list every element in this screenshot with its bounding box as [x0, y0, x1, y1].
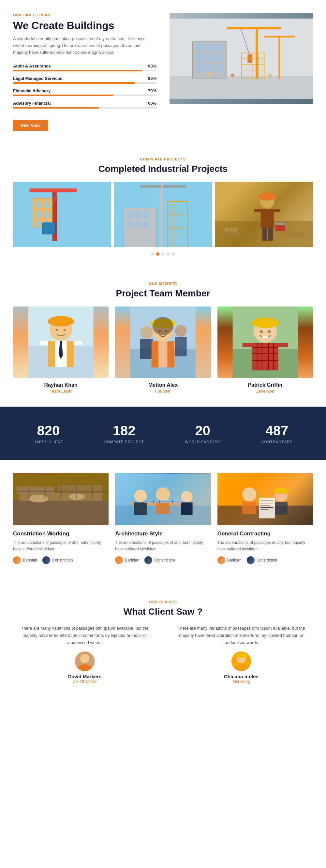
svg-point-83 [56, 329, 58, 331]
dot-3[interactable] [161, 252, 165, 256]
avatar-2a [115, 556, 123, 564]
svg-rect-1 [169, 76, 313, 99]
svg-rect-50 [135, 211, 140, 218]
construction-aerial-image [169, 13, 313, 104]
svg-point-154 [242, 488, 256, 501]
dot-5[interactable] [172, 252, 175, 256]
svg-rect-90 [74, 341, 82, 345]
tag-label-2a: Bariblan [125, 558, 139, 562]
svg-rect-122 [278, 343, 288, 347]
svg-rect-19 [280, 36, 295, 37]
stat-label-4: CONTRACTORS [261, 440, 292, 444]
svg-rect-45 [160, 182, 163, 247]
client-avatar-2 [231, 651, 251, 671]
svg-rect-157 [275, 502, 288, 515]
skill-bar-bg-3 [13, 95, 157, 96]
svg-rect-109 [251, 322, 279, 325]
service-card-1: Constriction Working The are variations … [13, 473, 108, 564]
svg-rect-72 [273, 209, 280, 212]
dot-4[interactable] [167, 252, 170, 256]
skill-item-2: Legal Managed Services 85% [13, 76, 157, 84]
team-card-1: Rayhan Khan Team Leder [13, 307, 108, 394]
svg-rect-124 [13, 499, 108, 525]
svg-rect-126 [16, 487, 55, 494]
svg-rect-52 [127, 221, 132, 227]
svg-rect-46 [140, 185, 161, 188]
stats-section: 820 HAPPY CLIENT 182 COMPATE PROJECT 20 … [0, 407, 326, 460]
team-section: OUR MEMBER Project Team Member [0, 269, 326, 407]
svg-point-141 [156, 488, 170, 501]
svg-rect-7 [207, 55, 213, 62]
stat-happy-client: 820 HAPPY CLIENT [34, 423, 63, 444]
svg-rect-54 [143, 221, 148, 227]
svg-rect-14 [258, 27, 281, 29]
client-card-1: There are many variations of passages of… [13, 625, 157, 684]
svg-rect-5 [216, 44, 221, 52]
svg-rect-89 [40, 341, 48, 345]
project-image-3 [215, 182, 313, 247]
service-tag-1a: Bariblan [13, 556, 37, 564]
clients-title: What Client Saw ? [13, 607, 313, 617]
service-image-3 [218, 473, 313, 525]
skill-bar-fill-3 [13, 95, 113, 96]
svg-rect-69 [275, 224, 285, 231]
services-section: Constriction Working The are variations … [0, 460, 326, 587]
svg-rect-51 [143, 211, 148, 218]
service-desc-2: The are variations of passages of abe, b… [115, 540, 210, 552]
service-desc-3: The are variations of passages of abe, b… [218, 540, 313, 552]
dot-1[interactable] [151, 252, 154, 256]
skill-pct-3: 70% [148, 88, 157, 93]
svg-rect-40 [36, 221, 41, 227]
svg-rect-37 [44, 202, 49, 208]
avatar-3a [218, 556, 225, 564]
svg-point-102 [165, 330, 167, 333]
svg-rect-10 [207, 65, 213, 72]
team-title: Project Team Member [13, 288, 313, 299]
projects-grid [13, 182, 313, 247]
svg-point-166 [80, 654, 89, 663]
stat-number-3: 20 [185, 423, 220, 439]
svg-rect-73 [262, 227, 267, 241]
svg-rect-33 [57, 188, 77, 192]
project-image-1 [13, 182, 111, 247]
svg-rect-75 [221, 231, 241, 237]
services-grid: Constriction Working The are variations … [13, 473, 313, 564]
stat-compate-project: 182 COMPATE PROJECT [104, 423, 144, 444]
svg-point-143 [181, 491, 193, 502]
team-role-3: Developer [218, 389, 313, 394]
skill-view-button[interactable]: Skill View [13, 120, 48, 131]
svg-rect-67 [259, 196, 275, 198]
team-role-1: Team Leder [13, 389, 108, 394]
svg-point-27 [207, 72, 212, 76]
stat-number-2: 182 [104, 423, 144, 439]
skill-name-3: Financial Advisory [13, 88, 51, 93]
svg-point-170 [235, 653, 247, 658]
avatar-1b [42, 556, 50, 564]
skills-left: OUR SKILLS Plan We Create Buildings A wo… [13, 13, 157, 131]
skill-pct-2: 85% [148, 76, 157, 81]
service-tag-2b: Constriction [144, 556, 175, 564]
svg-rect-38 [36, 211, 41, 218]
service-tag-3b: Constriction [247, 556, 277, 564]
svg-rect-142 [156, 501, 170, 514]
service-footer-2: Bariblan Constriction [115, 556, 210, 564]
svg-rect-13 [227, 27, 258, 29]
svg-rect-3 [198, 44, 204, 52]
projects-title: Completed Industrial Projects [13, 164, 313, 174]
avatar-1a [13, 556, 21, 564]
stat-number-4: 487 [261, 423, 292, 439]
stat-contractors: 487 CONTRACTORS [261, 423, 292, 444]
svg-rect-11 [216, 65, 221, 72]
svg-rect-87 [67, 341, 74, 367]
service-footer-3: Bariblan Constriction [218, 556, 313, 564]
skill-bar-fill-2 [13, 82, 135, 84]
svg-rect-17 [279, 36, 280, 79]
team-name-1: Rayhan Khan [13, 382, 108, 388]
dot-2[interactable] [156, 252, 159, 256]
tag-label-2b: Constriction [154, 558, 175, 562]
avatar-3b [247, 556, 255, 564]
svg-rect-8 [216, 55, 221, 62]
clients-label: OUR CLIENTS [13, 600, 313, 604]
project-image-2 [114, 182, 212, 247]
svg-point-84 [64, 329, 66, 331]
